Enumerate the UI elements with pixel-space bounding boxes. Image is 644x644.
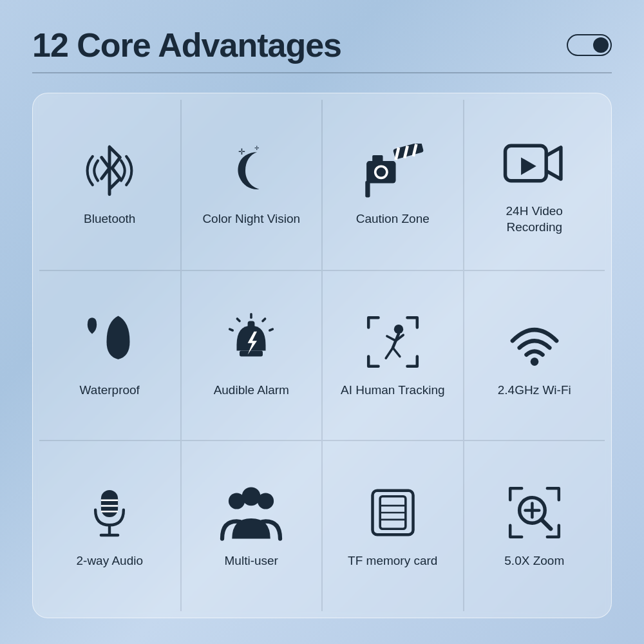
svg-marker-12: [521, 157, 536, 175]
feature-wifi: 2.4GHz Wi-Fi: [464, 270, 605, 441]
svg-line-44: [542, 520, 551, 529]
color-night-vision-label: Color Night Vision: [202, 211, 300, 227]
feature-multi-user: Multi-user: [181, 440, 323, 611]
header-divider: [32, 72, 612, 73]
multi-user-icon: [219, 484, 283, 542]
24h-video-label: 24H Video Recording: [506, 204, 563, 235]
ai-tracking-label: AI Human Tracking: [341, 383, 445, 399]
toggle-button[interactable]: [567, 34, 612, 56]
toggle-switch[interactable]: [567, 34, 612, 56]
toggle-knob: [593, 37, 609, 53]
2way-audio-icon: [77, 484, 142, 542]
svg-line-17: [263, 319, 265, 321]
waterproof-icon: [77, 313, 142, 371]
ai-tracking-icon: [361, 313, 425, 371]
2way-audio-label: 2-way Audio: [76, 553, 143, 569]
svg-point-26: [530, 357, 538, 366]
svg-text:✛: ✛: [238, 147, 245, 156]
feature-color-night-vision: ✛ ✛ Color Night Vision: [181, 100, 323, 270]
svg-line-19: [270, 329, 273, 330]
svg-point-4: [376, 167, 386, 177]
audible-alarm-icon: [219, 313, 283, 371]
svg-rect-13: [240, 350, 263, 356]
waterproof-label: Waterproof: [80, 383, 140, 399]
svg-rect-5: [372, 155, 383, 162]
svg-line-18: [230, 329, 233, 330]
wifi-icon: [502, 313, 567, 371]
svg-rect-10: [365, 181, 370, 197]
feature-24h-video: 24H Video Recording: [464, 100, 605, 270]
feature-waterproof: Waterproof: [39, 270, 181, 441]
feature-caution-zone: Caution Zone: [322, 100, 464, 270]
svg-text:✛: ✛: [254, 145, 260, 151]
svg-rect-27: [101, 490, 118, 517]
feature-audible-alarm: Audible Alarm: [181, 270, 323, 441]
tf-card-label: TF memory card: [348, 553, 437, 569]
svg-line-25: [393, 348, 400, 357]
wifi-label: 2.4GHz Wi-Fi: [498, 383, 571, 399]
zoom-label: 5.0X Zoom: [504, 553, 564, 569]
tf-card-icon: [361, 484, 425, 542]
multi-user-label: Multi-user: [225, 553, 278, 569]
caution-zone-label: Caution Zone: [356, 211, 430, 227]
svg-line-24: [386, 348, 393, 358]
page-title: 12 Core Advantages: [32, 26, 341, 64]
svg-point-35: [242, 487, 261, 506]
features-grid-container: Bluetooth ✛ ✛ Color Night Vision: [32, 93, 612, 618]
svg-line-22: [387, 336, 396, 341]
zoom-icon: [502, 484, 567, 542]
features-grid: Bluetooth ✛ ✛ Color Night Vision: [39, 100, 605, 611]
svg-rect-14: [248, 321, 255, 328]
page-header: 12 Core Advantages: [32, 26, 612, 64]
feature-tf-card: TF memory card: [322, 440, 464, 611]
feature-2way-audio: 2-way Audio: [39, 440, 181, 611]
24h-video-icon: [502, 134, 567, 192]
audible-alarm-label: Audible Alarm: [214, 383, 289, 399]
feature-bluetooth: Bluetooth: [39, 100, 181, 270]
bluetooth-label: Bluetooth: [84, 211, 135, 227]
caution-zone-icon: [361, 142, 425, 200]
feature-ai-tracking: AI Human Tracking: [322, 270, 464, 441]
color-night-vision-icon: ✛ ✛: [219, 142, 283, 200]
feature-zoom: 5.0X Zoom: [464, 440, 605, 611]
bluetooth-icon: [77, 142, 142, 200]
svg-line-16: [238, 319, 240, 321]
